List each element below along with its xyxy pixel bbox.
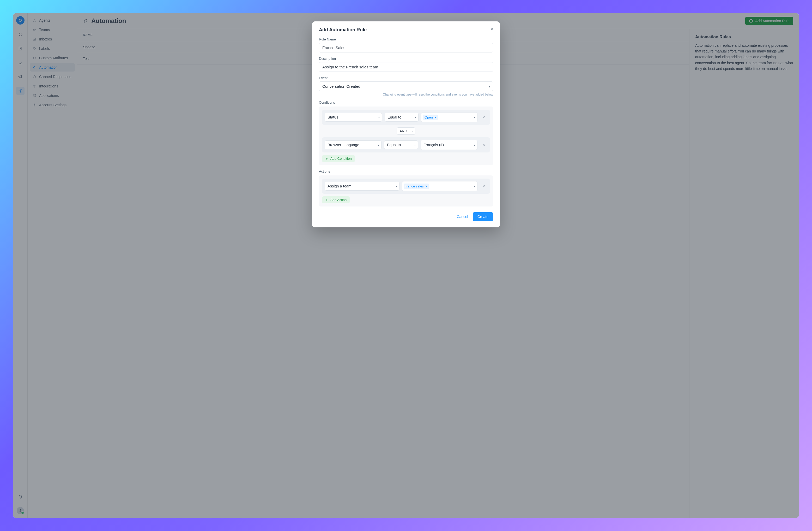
remove-condition-icon[interactable] (480, 141, 487, 149)
remove-action-icon[interactable] (480, 182, 487, 190)
add-automation-rule-modal: Add Automation Rule Rule Name Descriptio… (312, 22, 500, 227)
modal-title: Add Automation Rule (319, 27, 493, 33)
app-window: J Agents Teams Inboxes Labels Custom Att… (13, 13, 799, 518)
button-label: Add Condition (330, 157, 352, 160)
plus-icon (325, 157, 328, 160)
plus-icon (325, 198, 328, 201)
conditions-label: Conditions (319, 100, 493, 104)
conditions-panel: Status Equal to Open × AND Browser Langu… (319, 107, 493, 165)
event-label: Event (319, 76, 493, 80)
condition-value-select[interactable]: Français (fr) (421, 140, 477, 150)
chip-remove-icon[interactable]: × (425, 184, 427, 188)
actions-label: Actions (319, 169, 493, 173)
chip-label: Open (424, 115, 433, 119)
event-select[interactable]: Conversation Created (319, 82, 493, 91)
modal-scrim[interactable]: Add Automation Rule Rule Name Descriptio… (13, 13, 799, 518)
value-chip: Open × (423, 115, 438, 120)
rule-name-input[interactable] (319, 43, 493, 53)
action-row: Assign a team france sales × (322, 179, 490, 194)
add-action-button[interactable]: Add Action (322, 196, 350, 204)
rule-name-label: Rule Name (319, 37, 493, 41)
condition-field-select[interactable]: Status (325, 113, 382, 122)
add-condition-button[interactable]: Add Condition (322, 155, 355, 162)
remove-condition-icon[interactable] (480, 114, 487, 121)
actions-panel: Assign a team france sales × Add Action (319, 176, 493, 207)
condition-joiner-select[interactable]: AND (396, 127, 416, 135)
modal-footer: Cancel Create (319, 212, 493, 221)
condition-row: Status Equal to Open × (322, 110, 490, 125)
description-input[interactable] (319, 62, 493, 72)
action-type-select[interactable]: Assign a team (325, 182, 400, 191)
chip-label: france sales (405, 184, 424, 188)
condition-field-select[interactable]: Browser Language (325, 140, 381, 149)
button-label: Add Action (330, 198, 347, 202)
chip-remove-icon[interactable]: × (434, 115, 436, 119)
cancel-button[interactable]: Cancel (456, 214, 468, 219)
condition-row: Browser Language Equal to Français (fr) (322, 137, 490, 152)
condition-value-multiselect[interactable]: Open × (421, 112, 477, 122)
value-chip: france sales × (404, 183, 429, 189)
event-hint: Changing event type will reset the condi… (319, 93, 493, 96)
create-button[interactable]: Create (473, 212, 493, 221)
close-icon[interactable] (489, 25, 496, 32)
condition-operator-select[interactable]: Equal to (385, 113, 419, 122)
description-label: Description (319, 57, 493, 60)
action-value-multiselect[interactable]: france sales × (402, 181, 477, 191)
condition-operator-select[interactable]: Equal to (384, 140, 418, 149)
